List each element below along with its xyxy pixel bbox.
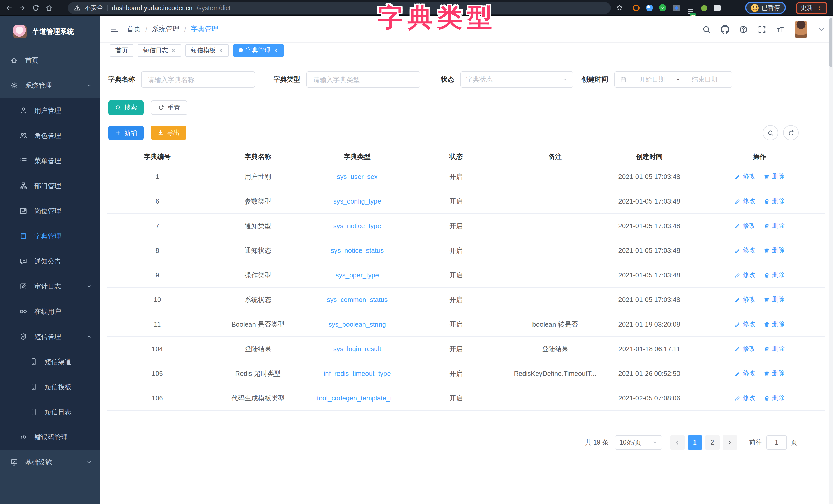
delete-link[interactable]: 删除 <box>764 369 785 378</box>
delete-link[interactable]: 删除 <box>764 197 785 206</box>
sidebar-item[interactable]: 用户管理 <box>0 98 100 123</box>
delete-link[interactable]: 删除 <box>764 271 785 279</box>
github-icon[interactable] <box>721 25 729 33</box>
sidebar-item[interactable]: 首页 <box>0 48 100 73</box>
font-size-icon[interactable] <box>776 25 785 33</box>
edit-link[interactable]: 修改 <box>735 271 756 279</box>
sidebar-item[interactable]: 短信管理 <box>0 324 100 349</box>
sidebar-item[interactable]: 错误码管理 <box>0 425 100 450</box>
delete-link[interactable]: 删除 <box>764 394 785 402</box>
page-tab[interactable]: 短信模板 <box>185 44 229 57</box>
refresh-table-button[interactable] <box>783 125 799 141</box>
status-select[interactable]: 字典状态 <box>460 71 573 88</box>
date-range-picker[interactable]: 开始日期 - 结束日期 <box>614 71 732 88</box>
next-page-button[interactable] <box>723 435 737 450</box>
dict-type-link[interactable]: sys_user_sex <box>337 173 378 180</box>
address-bar[interactable]: 不安全 dashboard.yudao.iocoder.cn/system/di… <box>68 2 611 14</box>
browser-back-icon[interactable] <box>5 4 13 12</box>
breadcrumb-item[interactable]: 字典管理 <box>191 25 218 34</box>
page-number-button[interactable]: 2 <box>705 435 719 450</box>
delete-link[interactable]: 删除 <box>764 246 785 255</box>
edit-link[interactable]: 修改 <box>735 320 756 329</box>
edit-link[interactable]: 修改 <box>735 345 756 353</box>
page-number-button[interactable]: 1 <box>688 435 702 450</box>
sidebar-item[interactable]: 岗位管理 <box>0 198 100 224</box>
reset-button[interactable]: 重置 <box>151 100 187 115</box>
dict-type-link[interactable]: tool_codegen_template_t... <box>317 394 398 402</box>
breadcrumb-item[interactable]: 首页 <box>127 25 141 34</box>
page-tab[interactable]: 短信日志 <box>138 44 181 57</box>
extension-icon-2[interactable] <box>646 4 653 12</box>
page-tab[interactable]: 字典管理 <box>233 44 284 57</box>
edit-link[interactable]: 修改 <box>735 197 756 206</box>
dict-type-input[interactable] <box>306 71 420 88</box>
sidebar-item[interactable]: 短信日志 <box>0 399 100 425</box>
sidebar-item[interactable]: 在线用户 <box>0 299 100 324</box>
delete-link[interactable]: 删除 <box>764 295 785 304</box>
tab-close-icon[interactable] <box>219 48 223 53</box>
extension-icon-1[interactable] <box>632 4 640 12</box>
sidebar-item[interactable]: 审计日志 <box>0 274 100 299</box>
sidebar-toggle-icon[interactable] <box>110 25 119 34</box>
export-button[interactable]: 导出 <box>151 126 186 140</box>
sidebar-item[interactable]: 短信模板 <box>0 374 100 399</box>
edit-link[interactable]: 修改 <box>735 246 756 255</box>
dict-type-link[interactable]: inf_redis_timeout_type <box>324 370 391 377</box>
app-logo[interactable]: 芋道管理系统 <box>0 16 100 48</box>
bookmark-star-icon[interactable] <box>616 4 623 11</box>
scrollbar-thumb[interactable] <box>829 18 832 67</box>
browser-menu-icon[interactable] <box>816 5 823 11</box>
extension-icon-7[interactable] <box>713 4 721 12</box>
dict-type-link[interactable]: sys_common_status <box>327 296 388 304</box>
edit-link[interactable]: 修改 <box>735 172 756 181</box>
tab-close-icon[interactable] <box>171 48 175 53</box>
user-avatar[interactable] <box>794 21 807 38</box>
dict-type-link[interactable]: sys_config_type <box>333 197 381 205</box>
edit-link[interactable]: 修改 <box>735 295 756 304</box>
sidebar-item[interactable]: 角色管理 <box>0 123 100 148</box>
delete-link[interactable]: 删除 <box>764 222 785 230</box>
sidebar-item[interactable]: 部门管理 <box>0 173 100 198</box>
browser-profile-chip[interactable]: 已暂停 <box>745 2 786 14</box>
sidebar-item[interactable]: 字典管理 <box>0 224 100 249</box>
security-warning-icon[interactable] <box>74 5 80 11</box>
toggle-search-button[interactable] <box>763 125 778 141</box>
delete-link[interactable]: 删除 <box>764 345 785 353</box>
dict-type-link[interactable]: sys_notice_type <box>333 222 381 230</box>
edit-link[interactable]: 修改 <box>735 369 756 378</box>
search-icon[interactable] <box>702 25 711 33</box>
sidebar-item[interactable]: 基础设施 <box>0 450 100 475</box>
sidebar-item[interactable]: 通知公告 <box>0 249 100 274</box>
dict-name-input[interactable] <box>141 71 255 88</box>
browser-reload-icon[interactable] <box>32 4 40 12</box>
extension-icon-3[interactable] <box>659 4 666 11</box>
page-size-select[interactable]: 10条/页 <box>615 435 662 450</box>
extension-icon-6[interactable] <box>700 4 708 12</box>
delete-link[interactable]: 删除 <box>764 172 785 181</box>
search-button[interactable]: 搜索 <box>108 100 144 115</box>
browser-home-icon[interactable] <box>45 4 53 12</box>
prev-page-button[interactable] <box>670 435 685 450</box>
browser-update-button[interactable]: 更新 <box>796 2 827 14</box>
sidebar-item[interactable]: 系统管理 <box>0 73 100 98</box>
help-icon[interactable] <box>739 25 748 33</box>
edit-link[interactable]: 修改 <box>735 394 756 402</box>
dict-type-link[interactable]: sys_login_result <box>333 345 381 353</box>
tab-close-icon[interactable] <box>273 48 278 53</box>
scrollbar[interactable] <box>829 16 833 504</box>
delete-link[interactable]: 删除 <box>764 320 785 329</box>
dict-type-link[interactable]: sys_boolean_string <box>329 321 386 328</box>
goto-page-input[interactable] <box>766 435 787 450</box>
dict-type-link[interactable]: sys_oper_type <box>335 271 379 279</box>
avatar-caret-icon[interactable] <box>817 25 826 33</box>
edit-link[interactable]: 修改 <box>735 222 756 230</box>
add-button[interactable]: 新增 <box>108 126 144 140</box>
dict-type-link[interactable]: sys_notice_status <box>331 247 384 254</box>
page-tab[interactable]: 首页 <box>110 44 134 57</box>
breadcrumb-item[interactable]: 系统管理 <box>152 25 180 34</box>
extension-icon-5[interactable]: on <box>687 8 694 16</box>
fullscreen-icon[interactable] <box>758 25 766 33</box>
sidebar-item[interactable]: 菜单管理 <box>0 148 100 173</box>
extension-icon-4[interactable] <box>672 4 680 12</box>
browser-forward-icon[interactable] <box>19 4 26 12</box>
